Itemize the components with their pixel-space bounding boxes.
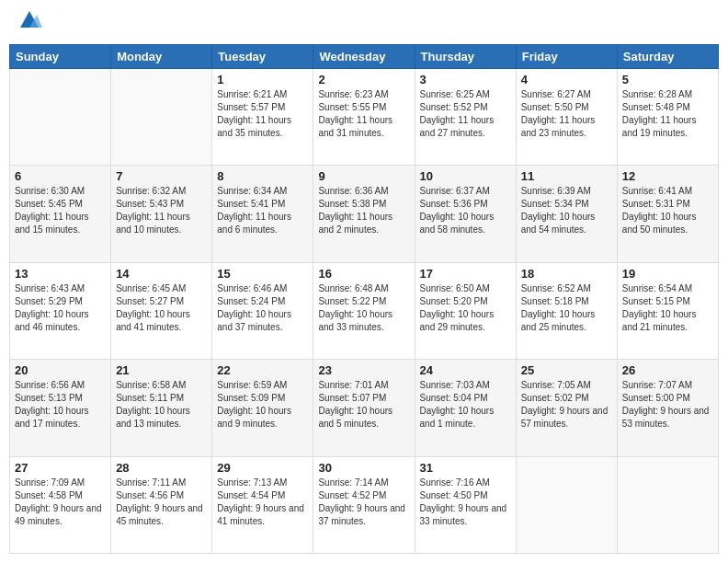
calendar-cell: 4Sunrise: 6:27 AM Sunset: 5:50 PM Daylig… [516,69,617,166]
day-info: Sunrise: 6:25 AM Sunset: 5:52 PM Dayligh… [420,88,511,140]
day-info: Sunrise: 6:27 AM Sunset: 5:50 PM Dayligh… [521,88,612,140]
weekday-header-saturday: Saturday [617,45,718,69]
week-row-1: 1Sunrise: 6:21 AM Sunset: 5:57 PM Daylig… [10,69,719,166]
day-info: Sunrise: 6:28 AM Sunset: 5:48 PM Dayligh… [622,88,713,140]
day-info: Sunrise: 6:41 AM Sunset: 5:31 PM Dayligh… [622,185,713,236]
calendar-cell: 29Sunrise: 7:13 AM Sunset: 4:54 PM Dayli… [212,456,313,553]
day-info: Sunrise: 6:21 AM Sunset: 5:57 PM Dayligh… [217,88,308,140]
calendar-table: SundayMondayTuesdayWednesdayThursdayFrid… [9,44,719,554]
day-info: Sunrise: 6:56 AM Sunset: 5:13 PM Dayligh… [15,379,106,431]
calendar-cell: 9Sunrise: 6:36 AM Sunset: 5:38 PM Daylig… [313,166,415,262]
day-info: Sunrise: 6:32 AM Sunset: 5:43 PM Dayligh… [116,185,207,236]
day-info: Sunrise: 7:01 AM Sunset: 5:07 PM Dayligh… [318,379,409,431]
day-info: Sunrise: 7:11 AM Sunset: 4:56 PM Dayligh… [116,477,207,528]
day-number: 3 [420,73,511,86]
day-number: 17 [420,267,511,281]
calendar-cell: 12Sunrise: 6:41 AM Sunset: 5:31 PM Dayli… [617,166,718,262]
day-number: 14 [116,267,207,281]
day-number: 10 [420,169,511,183]
calendar-cell: 27Sunrise: 7:09 AM Sunset: 4:58 PM Dayli… [10,456,111,553]
day-info: Sunrise: 6:39 AM Sunset: 5:34 PM Dayligh… [521,185,612,236]
day-number: 31 [420,461,511,475]
day-number: 28 [116,461,207,475]
calendar-cell: 21Sunrise: 6:58 AM Sunset: 5:11 PM Dayli… [111,360,212,456]
day-info: Sunrise: 6:23 AM Sunset: 5:55 PM Dayligh… [318,88,409,140]
calendar-cell: 24Sunrise: 7:03 AM Sunset: 5:04 PM Dayli… [415,360,516,456]
day-number: 24 [420,363,511,377]
calendar-cell: 25Sunrise: 7:05 AM Sunset: 5:02 PM Dayli… [516,360,617,456]
week-row-2: 6Sunrise: 6:30 AM Sunset: 5:45 PM Daylig… [10,166,719,262]
day-info: Sunrise: 6:37 AM Sunset: 5:36 PM Dayligh… [420,185,511,236]
week-row-3: 13Sunrise: 6:43 AM Sunset: 5:29 PM Dayli… [10,262,719,359]
day-number: 2 [318,73,409,86]
calendar-cell: 10Sunrise: 6:37 AM Sunset: 5:36 PM Dayli… [415,166,516,262]
day-number: 23 [318,363,409,377]
day-number: 9 [318,169,409,183]
calendar-cell: 15Sunrise: 6:46 AM Sunset: 5:24 PM Dayli… [212,262,313,359]
calendar-cell: 31Sunrise: 7:16 AM Sunset: 4:50 PM Dayli… [415,456,516,553]
header [9,9,719,37]
weekday-header-friday: Friday [516,45,617,69]
day-info: Sunrise: 6:43 AM Sunset: 5:29 PM Dayligh… [15,282,106,334]
calendar-cell: 2Sunrise: 6:23 AM Sunset: 5:55 PM Daylig… [313,69,415,166]
calendar-cell: 19Sunrise: 6:54 AM Sunset: 5:15 PM Dayli… [617,262,718,359]
day-number: 7 [116,169,207,183]
week-row-5: 27Sunrise: 7:09 AM Sunset: 4:58 PM Dayli… [10,456,719,553]
day-number: 30 [318,461,409,475]
calendar-cell [10,69,111,166]
calendar-cell [111,69,212,166]
day-info: Sunrise: 7:03 AM Sunset: 5:04 PM Dayligh… [420,379,511,431]
calendar-cell: 3Sunrise: 6:25 AM Sunset: 5:52 PM Daylig… [415,69,516,166]
calendar-cell: 20Sunrise: 6:56 AM Sunset: 5:13 PM Dayli… [10,360,111,456]
calendar-cell: 22Sunrise: 6:59 AM Sunset: 5:09 PM Dayli… [212,360,313,456]
day-info: Sunrise: 6:46 AM Sunset: 5:24 PM Dayligh… [217,282,308,334]
day-number: 29 [217,461,308,475]
day-info: Sunrise: 6:59 AM Sunset: 5:09 PM Dayligh… [217,379,308,431]
calendar-cell [617,456,718,553]
calendar-cell: 23Sunrise: 7:01 AM Sunset: 5:07 PM Dayli… [313,360,415,456]
calendar-cell: 16Sunrise: 6:48 AM Sunset: 5:22 PM Dayli… [313,262,415,359]
day-number: 18 [521,267,612,281]
day-number: 6 [15,169,106,183]
day-number: 19 [622,267,713,281]
day-number: 15 [217,267,308,281]
calendar-cell: 7Sunrise: 6:32 AM Sunset: 5:43 PM Daylig… [111,166,212,262]
day-number: 13 [15,267,106,281]
day-number: 21 [116,363,207,377]
page: SundayMondayTuesdayWednesdayThursdayFrid… [0,0,728,563]
day-info: Sunrise: 6:45 AM Sunset: 5:27 PM Dayligh… [116,282,207,334]
calendar-cell: 5Sunrise: 6:28 AM Sunset: 5:48 PM Daylig… [617,69,718,166]
day-number: 1 [217,73,308,86]
day-number: 8 [217,169,308,183]
day-number: 12 [622,169,713,183]
calendar-cell: 30Sunrise: 7:14 AM Sunset: 4:52 PM Dayli… [313,456,415,553]
day-info: Sunrise: 6:58 AM Sunset: 5:11 PM Dayligh… [116,379,207,431]
day-info: Sunrise: 7:07 AM Sunset: 5:00 PM Dayligh… [622,379,713,431]
weekday-header-wednesday: Wednesday [313,45,415,69]
calendar-cell: 28Sunrise: 7:11 AM Sunset: 4:56 PM Dayli… [111,456,212,553]
day-info: Sunrise: 6:36 AM Sunset: 5:38 PM Dayligh… [318,185,409,236]
calendar-cell: 1Sunrise: 6:21 AM Sunset: 5:57 PM Daylig… [212,69,313,166]
day-info: Sunrise: 7:05 AM Sunset: 5:02 PM Dayligh… [521,379,612,431]
day-number: 4 [521,73,612,86]
day-number: 20 [15,363,106,377]
day-number: 27 [15,461,106,475]
calendar-cell [516,456,617,553]
day-info: Sunrise: 6:30 AM Sunset: 5:45 PM Dayligh… [15,185,106,236]
day-info: Sunrise: 7:16 AM Sunset: 4:50 PM Dayligh… [420,477,511,528]
day-number: 5 [622,73,713,86]
calendar-cell: 11Sunrise: 6:39 AM Sunset: 5:34 PM Dayli… [516,166,617,262]
day-info: Sunrise: 6:34 AM Sunset: 5:41 PM Dayligh… [217,185,308,236]
day-number: 26 [622,363,713,377]
weekday-header-row: SundayMondayTuesdayWednesdayThursdayFrid… [10,45,719,69]
weekday-header-sunday: Sunday [10,45,111,69]
day-number: 11 [521,169,612,183]
day-number: 22 [217,363,308,377]
day-info: Sunrise: 7:09 AM Sunset: 4:58 PM Dayligh… [15,477,106,528]
weekday-header-monday: Monday [111,45,212,69]
day-info: Sunrise: 6:52 AM Sunset: 5:18 PM Dayligh… [521,282,612,334]
calendar-cell: 17Sunrise: 6:50 AM Sunset: 5:20 PM Dayli… [415,262,516,359]
logo [15,13,42,33]
day-info: Sunrise: 6:54 AM Sunset: 5:15 PM Dayligh… [622,282,713,334]
calendar-cell: 13Sunrise: 6:43 AM Sunset: 5:29 PM Dayli… [10,262,111,359]
